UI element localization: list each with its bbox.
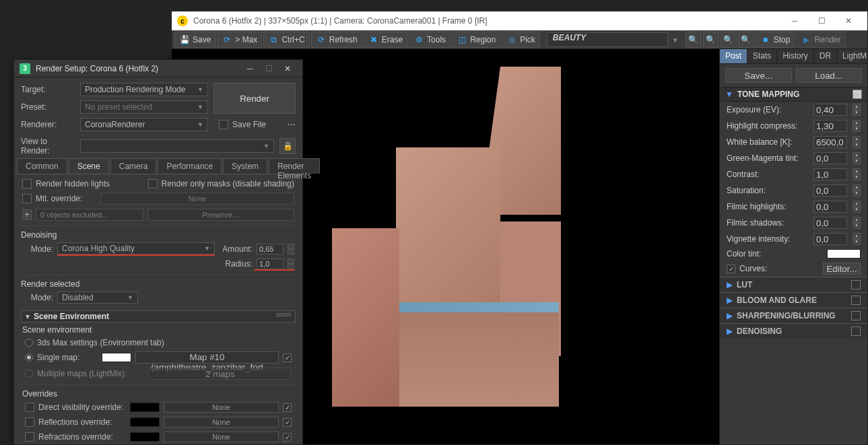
scene-env-rollout[interactable]: ▾ Scene Environment <box>21 310 296 322</box>
renderer-select[interactable]: CoronaRenderer▼ <box>80 118 208 131</box>
single-enable-checkbox[interactable] <box>283 353 292 362</box>
direct-override-checkbox[interactable] <box>25 403 34 412</box>
denoise-enable-checkbox[interactable] <box>851 327 861 336</box>
tab-dr[interactable]: DR <box>814 49 837 63</box>
spinner[interactable] <box>288 259 294 269</box>
spinner[interactable]: ▲▼ <box>853 104 861 116</box>
zoom-1to1-button[interactable]: 🔍 <box>738 32 754 48</box>
denoising-section[interactable]: ▶DENOISING <box>720 323 867 339</box>
colortint-swatch[interactable] <box>827 249 861 259</box>
minimize-button[interactable]: ─ <box>781 11 808 30</box>
highlight-input[interactable] <box>813 120 847 132</box>
load-settings-button[interactable]: Load... <box>796 68 863 83</box>
tab-stats[interactable]: Stats <box>747 49 777 63</box>
spinner[interactable]: ▲▼ <box>853 184 861 197</box>
sharp-enable-checkbox[interactable] <box>851 311 861 320</box>
exclusion-button[interactable]: 0 objects excluded… <box>36 209 143 221</box>
spinner[interactable]: ▲▼ <box>853 217 861 229</box>
save-button[interactable]: 💾Save <box>174 32 215 48</box>
lock-button[interactable]: 🔒 <box>279 138 296 154</box>
single-map-button[interactable]: Map #10 (amphitheatre_zanzibar_fort <box>135 351 279 364</box>
refr-color-swatch[interactable] <box>130 432 160 442</box>
minimize-button[interactable]: ─ <box>240 62 259 75</box>
curves-checkbox[interactable] <box>727 265 735 273</box>
tab-post[interactable]: Post <box>720 49 747 63</box>
spinner[interactable]: ▲▼ <box>853 233 861 245</box>
target-select[interactable]: Production Rendering Mode▼ <box>80 83 208 96</box>
tomax-button[interactable]: ⟳> Max <box>217 32 262 48</box>
render-big-button[interactable]: Render <box>213 83 296 114</box>
contrast-input[interactable] <box>813 168 847 180</box>
view-select[interactable]: ▼ <box>80 139 274 153</box>
erase-button[interactable]: ✖Erase <box>364 32 407 48</box>
savefile-checkbox[interactable] <box>219 120 228 129</box>
refresh-button[interactable]: ⟳Refresh <box>311 32 362 48</box>
spinner[interactable]: ▲▼ <box>853 201 861 213</box>
single-color-swatch[interactable] <box>102 353 131 362</box>
rendersel-mode-select[interactable]: Disabled▼ <box>57 292 138 304</box>
tone-enable-checkbox[interactable]: ✓ <box>853 90 862 99</box>
vignette-input[interactable] <box>813 233 847 245</box>
env-multi-radio[interactable] <box>25 370 33 378</box>
multi-map-button[interactable]: 2 maps <box>149 368 292 380</box>
filmic-highlights-input[interactable] <box>813 201 847 213</box>
plus-button[interactable]: + <box>22 209 32 220</box>
pick-button[interactable]: ◎Pick <box>502 32 540 48</box>
tools-button[interactable]: ⚙Tools <box>409 32 450 48</box>
mtl-override-button[interactable]: None <box>100 193 294 205</box>
direct-enable-checkbox[interactable] <box>283 403 292 412</box>
masks-checkbox[interactable] <box>148 179 158 189</box>
render-pass-select[interactable]: BEAUTY <box>547 32 668 47</box>
refr-map-button[interactable]: None <box>164 432 279 442</box>
sharpening-section[interactable]: ▶SHARPENING/BLURRING <box>720 308 867 323</box>
bloom-enable-checkbox[interactable] <box>851 296 861 305</box>
tab-lightmix[interactable]: LightMix <box>837 49 867 63</box>
tab-common[interactable]: Common <box>17 158 67 174</box>
region-button[interactable]: ◫Region <box>452 32 500 48</box>
close-button[interactable]: ✕ <box>278 62 297 75</box>
spinner[interactable]: ▲▼ <box>853 152 861 164</box>
zoom-out-button[interactable]: 🔍 <box>721 32 737 48</box>
refl-color-swatch[interactable] <box>130 417 160 427</box>
refl-override-checkbox[interactable] <box>25 417 34 427</box>
greenmagenta-input[interactable] <box>813 152 847 164</box>
denoise-amount-input[interactable] <box>257 244 283 254</box>
more-button[interactable]: ⋯ <box>288 120 296 129</box>
preserve-button[interactable]: Preserve… <box>147 209 294 221</box>
mtl-override-checkbox[interactable] <box>22 194 32 203</box>
zoom-in-button[interactable]: 🔍 <box>703 32 719 48</box>
env-single-radio[interactable] <box>25 353 33 362</box>
maximize-button[interactable]: ☐ <box>808 11 835 30</box>
zoom-fit-button[interactable]: 🔍 <box>686 32 702 48</box>
refl-map-button[interactable]: None <box>164 417 279 427</box>
render-button[interactable]: ▶Render <box>796 32 845 48</box>
bloom-section[interactable]: ▶BLOOM AND GLARE <box>720 292 867 308</box>
denoise-radius-input[interactable] <box>257 259 283 269</box>
tone-mapping-header[interactable]: ▼ TONE MAPPING ✓ <box>720 87 867 102</box>
direct-map-button[interactable]: None <box>164 402 279 413</box>
ctrlc-button[interactable]: ⧉Ctrl+C <box>263 32 309 48</box>
lut-enable-checkbox[interactable] <box>851 280 861 289</box>
close-button[interactable]: ✕ <box>835 11 862 30</box>
save-settings-button[interactable]: Save... <box>725 68 792 83</box>
tab-history[interactable]: History <box>777 49 813 63</box>
tab-system[interactable]: System <box>223 158 267 174</box>
preset-select[interactable]: No preset selected▼ <box>80 100 208 114</box>
vfb-titlebar[interactable]: c Corona 6 (Hotfix 2) | 337×505px (1:1) … <box>172 11 867 30</box>
tab-camera[interactable]: Camera <box>110 158 157 174</box>
tab-scene[interactable]: Scene <box>69 158 109 174</box>
tab-render-elements[interactable]: Render Elements <box>269 158 320 174</box>
spinner[interactable]: ▲▼ <box>853 136 861 148</box>
env-max-radio[interactable] <box>25 339 33 347</box>
direct-color-swatch[interactable] <box>130 403 160 412</box>
whitebalance-input[interactable] <box>813 136 847 148</box>
tab-performance[interactable]: Performance <box>158 158 222 174</box>
spinner[interactable]: ▲▼ <box>853 168 861 180</box>
saturation-input[interactable] <box>813 184 847 197</box>
refl-enable-checkbox[interactable] <box>283 418 292 427</box>
spinner[interactable]: ▲▼ <box>853 120 861 132</box>
exposure-input[interactable] <box>813 104 847 116</box>
stop-button[interactable]: ■Stop <box>756 32 795 48</box>
lut-section[interactable]: ▶LUT <box>720 277 867 292</box>
curves-editor-button[interactable]: Editor... <box>823 263 861 275</box>
